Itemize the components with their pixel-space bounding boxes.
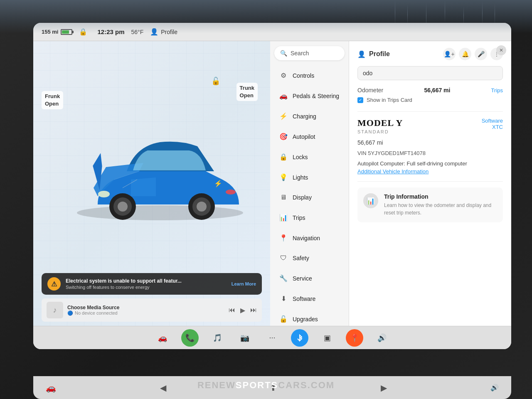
taskbar-bluetooth[interactable] [291, 329, 308, 347]
display-label: Display [293, 194, 312, 201]
close-button[interactable]: ✕ [496, 45, 506, 55]
upgrades-label: Upgrades [293, 316, 318, 323]
divider-2 [357, 181, 503, 182]
additional-info-link[interactable]: Additional Vehicle Information [357, 168, 503, 175]
menu-item-pedals[interactable]: 🚗 Pedals & Steering [273, 86, 346, 105]
menu-item-navigation[interactable]: 📍 Navigation [273, 229, 346, 247]
play-pause-icon[interactable]: ▶ [240, 306, 245, 314]
brand-cars: CARS [278, 380, 307, 390]
taskbar-phone[interactable]: 📞 [181, 329, 199, 347]
menu-item-upgrades[interactable]: 🔓 Upgrades [273, 310, 346, 326]
software-icon: ⬇ [279, 295, 288, 303]
display-icon: 🖥 [279, 194, 288, 201]
warning-text: Electrical system is unable to support a… [66, 278, 227, 290]
controls-icon: ⚙ [279, 71, 288, 79]
taskbar-more[interactable]: ··· [264, 329, 281, 347]
details-panel: ✕ 👤 Profile 👤+ 🔔 🎤 ⋮ [349, 41, 511, 326]
odo-search-input[interactable] [357, 66, 503, 80]
software-link[interactable]: Software [482, 118, 503, 124]
menu-item-autopilot[interactable]: 🎯 Autopilot [273, 127, 346, 146]
brand-sports: SPORTS [236, 380, 278, 390]
warning-banner: ⚠ Electrical system is unable to support… [42, 273, 262, 295]
menu-item-software[interactable]: ⬇ Software [273, 289, 346, 308]
taskbar-car[interactable]: 🚗 [154, 329, 171, 347]
menu-item-trips[interactable]: 📊 Trips [273, 208, 346, 227]
menu-item-locks[interactable]: 🔒 Locks [273, 148, 346, 166]
software-label: Software [293, 296, 315, 302]
branding-bar: RENEWSPORTSCARS.COM [0, 380, 532, 391]
bluetooth-small-icon: 🔵 [67, 310, 73, 316]
locks-icon: 🔒 [279, 153, 288, 161]
trip-info-content: Trip Information Learn how to view the o… [384, 193, 497, 217]
profile-action-add[interactable]: 👤+ [443, 48, 456, 60]
autopilot-label: Autopilot [293, 133, 315, 140]
model-variant: STANDARD [357, 129, 403, 134]
warning-text-main: Electrical system is unable to support a… [66, 278, 227, 284]
taskbar-camera[interactable]: 📷 [236, 329, 254, 347]
rain-overlay [0, 0, 532, 33]
software-info: Software XTC [482, 118, 503, 130]
warning-learn-more[interactable]: Learn More [232, 281, 256, 286]
media-info: Choose Media Source 🔵 No device connecte… [67, 305, 224, 316]
pedals-icon: 🚗 [279, 92, 288, 100]
divider-1 [357, 111, 503, 112]
menu-item-lights[interactable]: 💡 Lights [273, 168, 346, 187]
warning-text-sub: Switching off features to conserve energ… [66, 285, 227, 290]
prev-track-icon[interactable]: ⏮ [229, 306, 235, 314]
profile-title-text: Profile [369, 50, 390, 58]
show-trips-row: ✓ Show in Trips Card [357, 97, 503, 103]
safety-icon: 🛡 [279, 254, 288, 262]
taskbar-voice[interactable]: 🎵 [209, 329, 226, 347]
media-title: Choose Media Source [67, 305, 224, 310]
profile-title-group: 👤 Profile [357, 50, 390, 58]
autopilot-icon: 🎯 [279, 133, 288, 140]
media-connection: No device connected [75, 310, 118, 315]
search-box[interactable]: 🔍 Search [274, 46, 345, 60]
trip-info-title: Trip Information [384, 193, 497, 200]
media-icon: ♪ [47, 302, 63, 318]
menu-item-service[interactable]: 🔧 Service [273, 269, 346, 288]
warning-icon: ⚠ [47, 277, 61, 291]
taskbar-location[interactable]: 📍 [346, 329, 363, 347]
car-panel: Frunk Open Trunk Open 🔓 [33, 41, 270, 326]
navigation-label: Navigation [293, 235, 320, 241]
trip-info-section: 📊 Trip Information Learn how to view the… [357, 187, 503, 222]
taskbar-volume[interactable]: 🔊 [373, 329, 391, 347]
outer-frame: 155 mi 🔒 12:23 pm 56°F 👤 Profile Frunk [0, 0, 532, 399]
car-image-area: ⚡ [58, 58, 262, 293]
car-svg: ⚡ [73, 113, 247, 238]
menu-item-safety[interactable]: 🛡 Safety [273, 249, 346, 267]
menu-item-controls[interactable]: ⚙ Controls [273, 66, 346, 85]
profile-action-bell[interactable]: 🔔 [459, 48, 471, 60]
menu-item-display[interactable]: 🖥 Display [273, 188, 346, 207]
model-section: MODEL Y STANDARD Software XTC [357, 118, 503, 134]
trips-icon: 📊 [279, 214, 288, 222]
frunk-line2: Open [45, 100, 60, 108]
bluetooth-icon [296, 334, 303, 342]
show-trips-checkbox[interactable]: ✓ [357, 97, 363, 103]
service-label: Service [293, 275, 312, 282]
brand-com: .COM [308, 380, 335, 390]
menu-item-charging[interactable]: ⚡ Charging [273, 107, 346, 126]
brand-renew: RENEW [197, 380, 236, 390]
media-bar: ♪ Choose Media Source 🔵 No device connec… [42, 298, 262, 322]
taskbar-cards[interactable]: ▣ [318, 329, 336, 347]
lights-label: Lights [293, 174, 308, 181]
trips-link[interactable]: Trips [491, 87, 503, 94]
menu-panel: 🔍 Search ⚙ Controls 🚗 Pedals & Steering … [270, 41, 349, 326]
service-icon: 🔧 [279, 274, 288, 282]
autopilot-display: Autopilot Computer: Full self-driving co… [357, 160, 503, 167]
profile-actions: 👤+ 🔔 🎤 ⋮ [443, 48, 503, 60]
navigation-icon: 📍 [279, 234, 288, 242]
odometer-value: 56,667 mi [424, 87, 450, 94]
profile-action-mic[interactable]: 🎤 [475, 48, 487, 60]
pedals-label: Pedals & Steering [293, 93, 339, 99]
lights-icon: 💡 [279, 173, 288, 181]
svg-point-9 [226, 190, 236, 195]
trips-label: Trips [293, 214, 305, 221]
next-track-icon[interactable]: ⏭ [250, 306, 257, 314]
profile-title-icon: 👤 [357, 50, 366, 58]
odometer-row: Odometer 56,667 mi Trips [357, 87, 503, 94]
media-controls: ⏮ ▶ ⏭ [229, 306, 257, 314]
vin-display: VIN 5YJYGDED1MFT14078 [357, 150, 503, 156]
